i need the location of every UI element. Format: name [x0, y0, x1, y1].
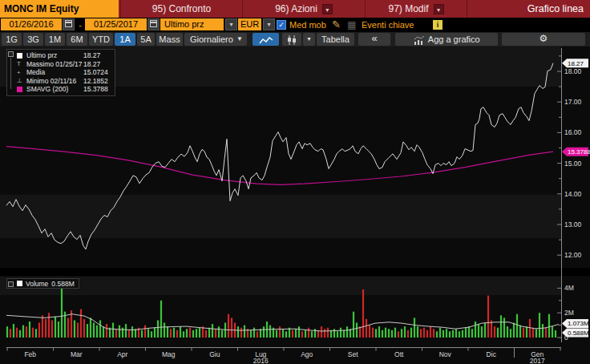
volume-bar — [119, 326, 120, 338]
legend-row[interactable]: ⊥Minimo 02/11/1612.1852 — [17, 77, 112, 86]
line-chart-type-button[interactable] — [253, 33, 279, 46]
currency-dropdown-arrow[interactable]: ▾ — [263, 18, 275, 30]
volume-bar — [32, 328, 34, 338]
volume-bar — [19, 330, 21, 338]
legend-row[interactable]: TMassimo 01/25/1718.27 — [17, 60, 112, 69]
legend-row[interactable]: +Media15.0724 — [17, 68, 112, 77]
volume-bar — [366, 319, 367, 338]
legend-marker-icon: ⊥ — [17, 77, 26, 84]
volume-bar — [529, 319, 531, 338]
volume-bar — [122, 328, 123, 338]
med-mob-label[interactable]: Med mob — [289, 19, 326, 31]
volume-bar — [439, 328, 441, 338]
period-label: Giornaliero — [190, 34, 233, 44]
volume-bar — [526, 326, 527, 338]
volume-bar — [503, 317, 505, 338]
volume-bar — [6, 326, 8, 338]
volume-bar — [535, 329, 537, 338]
price-tick-label: 18.00 — [564, 67, 582, 75]
price-legend[interactable]: Ultimo prz18.27TMassimo 01/25/1718.27+Me… — [6, 49, 115, 96]
range-button-1m[interactable]: 1M — [45, 33, 65, 46]
volume-bar — [507, 326, 508, 338]
volume-bar — [407, 330, 409, 338]
period-select[interactable]: Giornaliero ▼ — [184, 33, 247, 46]
range-button-mass[interactable]: Mass — [156, 33, 183, 46]
volume-bar — [260, 329, 261, 338]
currency-select[interactable]: EUR — [238, 18, 261, 30]
chevron-down-icon[interactable]: ▾ — [322, 4, 333, 14]
date-from-input[interactable]: 01/26/2016 — [1, 18, 62, 30]
volume-bar — [404, 326, 406, 338]
field-dropdown-arrow[interactable]: ▾ — [225, 18, 237, 30]
chart-area[interactable]: 18.0017.0016.0015.0014.0013.0012.004M2M0… — [0, 47, 590, 364]
volume-bar — [401, 329, 402, 338]
volume-bar — [552, 326, 553, 338]
agg-a-grafico-button[interactable]: Agg a grafico — [395, 33, 498, 46]
range-button-6m[interactable]: 6M — [67, 33, 87, 46]
volume-bar — [388, 329, 390, 338]
agg-a-grafico-label: Agg a grafico — [428, 34, 480, 44]
volume-bar — [519, 326, 521, 338]
pencil-icon[interactable]: ✎ — [332, 18, 341, 31]
menu-modif[interactable]: 97) Modif ▾ — [365, 0, 467, 18]
settings-gear-button[interactable]: ⚙ — [502, 33, 585, 46]
date-to-input[interactable]: 01/25/2017 — [85, 18, 147, 30]
calendar-icon[interactable] — [148, 18, 160, 30]
volume-bar — [279, 326, 281, 338]
volume-bar — [160, 301, 162, 338]
price-tick-label: 15.00 — [564, 160, 582, 168]
collapse-panel-button[interactable]: « — [358, 33, 390, 46]
chevron-down-icon: ▼ — [236, 33, 243, 46]
range-button-ytd[interactable]: YTD — [89, 33, 113, 46]
volume-bar — [362, 289, 364, 338]
volume-bar — [87, 324, 88, 338]
volume-bar — [378, 326, 380, 338]
legend-row[interactable]: SMAVG (200)15.3788 — [17, 85, 112, 94]
range-button-1a[interactable]: 1A — [115, 33, 135, 46]
menu-confronto[interactable]: 95) Confronto — [120, 0, 242, 18]
menu-azioni-label: 96) Azioni — [275, 0, 317, 18]
range-button-1g[interactable]: 1G — [2, 33, 22, 46]
chart-band — [0, 195, 561, 238]
legend-label: Minimo 02/11/16 — [26, 77, 83, 85]
volume-bar — [13, 324, 14, 338]
smavg-tag-text: 15.3788 — [568, 148, 590, 156]
info-icon[interactable]: i — [433, 20, 442, 30]
legend-row[interactable]: Ultimo prz18.27 — [17, 51, 112, 60]
volume-bar — [548, 314, 550, 338]
volume-legend[interactable]: Volume 0.588M — [6, 278, 79, 289]
volume-bar — [353, 312, 354, 338]
volume-bar — [532, 328, 534, 338]
legend-expander-icon[interactable] — [8, 281, 14, 287]
calendar-icon[interactable] — [63, 18, 75, 30]
volume-bar — [523, 328, 524, 338]
volume-bar — [298, 326, 300, 338]
grid-icon[interactable]: ▦ — [347, 18, 356, 31]
eventi-chiave-label[interactable]: Eventi chiave — [362, 19, 414, 31]
volume-bar — [414, 317, 415, 338]
ticker-field[interactable]: MONC IM Equity — [0, 0, 119, 18]
tabella-button[interactable]: Tabella — [317, 33, 354, 46]
menu-azioni[interactable]: 96) Azioni ▾ — [242, 0, 365, 18]
volume-bar — [426, 330, 428, 338]
volume-bar — [471, 329, 473, 338]
volume-bar — [253, 328, 255, 338]
med-mob-checkbox[interactable]: ✓ — [277, 20, 286, 30]
volume-bar — [337, 331, 338, 338]
volume-bar — [26, 326, 27, 338]
candle-chart-type-button[interactable] — [282, 33, 301, 46]
volume-bar — [333, 329, 335, 338]
legend-expander-icon[interactable] — [8, 51, 14, 57]
volume-bar — [301, 331, 303, 338]
legend-value: 15.3788 — [83, 85, 112, 93]
range-button-5a[interactable]: 5A — [137, 33, 155, 46]
range-button-3g[interactable]: 3G — [23, 33, 43, 46]
volume-bar — [218, 326, 220, 338]
volume-bar — [96, 326, 98, 338]
chevron-down-icon[interactable]: ▾ — [434, 4, 444, 14]
chart-type-dropdown-arrow[interactable]: ▾ — [303, 33, 315, 46]
field-select[interactable]: Ultimo prz — [160, 18, 224, 30]
volume-bar — [263, 326, 265, 338]
volume-bar — [510, 329, 511, 338]
volume-bar — [555, 330, 556, 338]
